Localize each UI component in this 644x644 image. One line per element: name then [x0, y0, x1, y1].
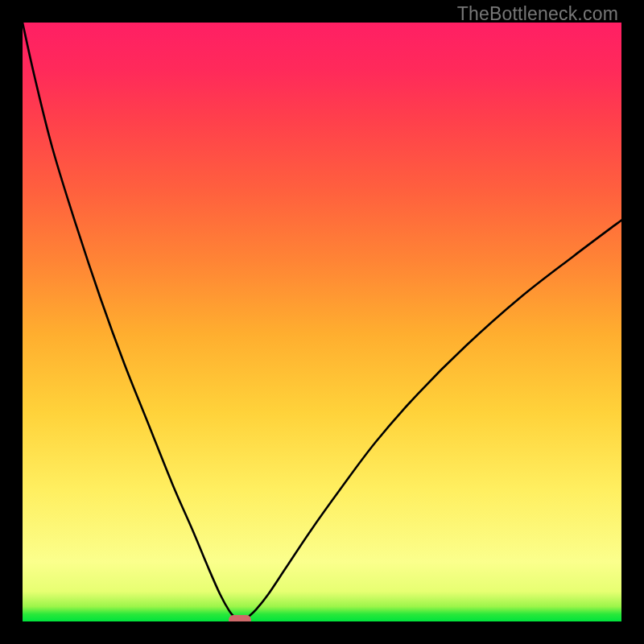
curve-right: [247, 221, 621, 618]
plot-area: [23, 23, 621, 621]
curve-layer: [23, 23, 621, 621]
chart-frame: TheBottleneck.com: [0, 0, 644, 644]
minimum-marker: [229, 615, 251, 621]
watermark-text: TheBottleneck.com: [457, 3, 618, 25]
curve-left: [23, 23, 235, 618]
